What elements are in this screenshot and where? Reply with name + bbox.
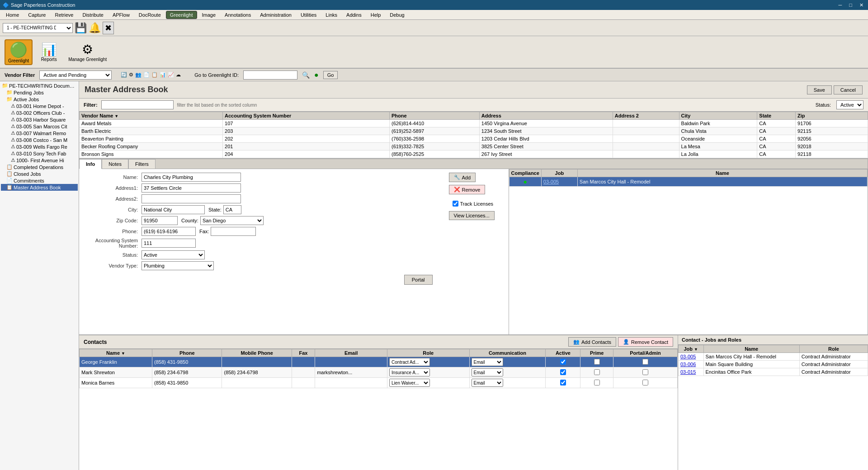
sidebar-item-2[interactable]: 📁 Active Jobs [1, 96, 78, 103]
col-contact-fax[interactable]: Fax [292, 349, 315, 357]
col-phone[interactable]: Phone [389, 112, 479, 120]
col-job[interactable]: Job [541, 169, 577, 177]
fax-input[interactable] [211, 227, 256, 236]
track-licenses-checkbox[interactable] [453, 201, 458, 207]
sidebar-item-5[interactable]: ⚠ 03-003 Harbor Square [1, 116, 78, 123]
col-portal-admin[interactable]: Portal/Admin [613, 349, 677, 357]
filter-icon-4[interactable]: 📄 [143, 72, 150, 78]
active-checkbox[interactable] [560, 369, 566, 375]
prime-checkbox[interactable] [594, 380, 600, 385]
filter-icon-5[interactable]: 📋 [151, 72, 158, 78]
portal-checkbox[interactable] [642, 359, 648, 365]
sidebar-item-0[interactable]: 📁 PE-TECHWRITING Documents [1, 82, 78, 89]
sidebar-item-15[interactable]: 📋 Master Address Book [1, 184, 78, 191]
comm-select[interactable]: Email [472, 379, 503, 387]
col-address2[interactable]: Address 2 [613, 112, 679, 120]
menu-item-image[interactable]: Image [198, 11, 220, 19]
menu-item-greenlight[interactable]: Greenlight [166, 11, 197, 19]
menu-item-debug[interactable]: Debug [386, 11, 408, 19]
menu-item-home[interactable]: Home [2, 11, 23, 19]
portal-checkbox[interactable] [642, 380, 648, 385]
name-input[interactable] [142, 173, 241, 182]
add-job-button[interactable]: 🔧 Add [449, 173, 476, 182]
sidebar-item-8[interactable]: ⚠ 03-008 Costco - San M [1, 136, 78, 143]
table-row-0[interactable]: Award Metals 107 (626)814-4410 1450 Virg… [80, 120, 868, 127]
role-select[interactable]: Contract Ad... [389, 358, 430, 366]
address-table-scroll[interactable]: Vendor Name ▼ Accounting System Number P… [79, 112, 868, 158]
contacts-table-scroll[interactable]: Name ▼ Phone Mobile Phone Fax Email Role… [79, 349, 678, 470]
zip-input[interactable] [142, 216, 178, 225]
search-icon[interactable]: 🔍 [302, 71, 310, 79]
table-row-4[interactable]: Bronson Signs 204 (858)760-2525 267 Ivy … [80, 150, 868, 158]
sidebar-item-4[interactable]: ⚠ 03-002 Officers Club - [1, 109, 78, 116]
prime-checkbox[interactable] [594, 359, 600, 365]
cancel-button[interactable]: Cancel [834, 85, 863, 94]
address1-input[interactable] [142, 183, 241, 193]
doc-dropdown[interactable]: 1 - PE-TECHWRITING Documer [3, 23, 73, 33]
col-active[interactable]: Active [546, 349, 580, 357]
sidebar-item-10[interactable]: ⚠ 03-010 Sony Tech Fab [1, 150, 78, 157]
col-state[interactable]: State [757, 112, 796, 120]
remove-contact-button[interactable]: 👤 Remove Contact [618, 337, 673, 347]
col-contact-name[interactable]: Name ▼ [80, 349, 152, 357]
close-icon[interactable]: ✖ [103, 22, 114, 34]
tab-filters[interactable]: Filters [128, 159, 156, 169]
go-button[interactable]: Go [323, 71, 338, 79]
comm-select[interactable]: Email [472, 358, 503, 366]
view-licenses-button[interactable]: View Licenses... [449, 211, 495, 220]
sidebar-item-9[interactable]: ⚠ 03-009 Wells Fargo Re [1, 143, 78, 150]
contact-row-2[interactable]: Monica Barnes (858) 431-9850 Lien Waiver… [80, 378, 678, 388]
menu-item-retrieve[interactable]: Retrieve [51, 11, 77, 19]
menu-item-addins[interactable]: Addins [342, 11, 366, 19]
menu-item-annotations[interactable]: Annotations [221, 11, 255, 19]
col-prime[interactable]: Prime [580, 349, 613, 357]
contact-jobs-scroll[interactable]: Job ▼ Name Role 03-005 San Marcos City H… [678, 345, 868, 470]
menu-item-help[interactable]: Help [367, 11, 385, 19]
acct-input[interactable] [142, 239, 196, 248]
sidebar-item-14[interactable]: 📄 Commitments [1, 177, 78, 184]
toolbar-reports[interactable]: 📊Reports [35, 41, 62, 63]
col-cj-name[interactable]: Name [703, 345, 799, 353]
maximize-btn[interactable]: □ [847, 2, 854, 8]
sidebar-item-11[interactable]: ⚠ 1000- First Avenue Hi [1, 157, 78, 164]
filter-icon-8[interactable]: ☁ [176, 72, 181, 78]
active-checkbox[interactable] [560, 380, 566, 385]
col-zip[interactable]: Zip [796, 112, 868, 120]
prime-checkbox[interactable] [594, 369, 600, 375]
col-contact-phone[interactable]: Phone [152, 349, 222, 357]
col-communication[interactable]: Communication [469, 349, 546, 357]
save-icon[interactable]: 💾 [75, 22, 87, 34]
col-vendor-name[interactable]: Vendor Name ▼ [80, 112, 223, 120]
menu-item-distribute[interactable]: Distribute [78, 11, 107, 19]
toolbar-manage-greenlight[interactable]: ⚙Manage Greenlight [65, 41, 110, 63]
portal-checkbox[interactable] [642, 369, 648, 375]
sidebar-item-3[interactable]: ⚠ 03-001 Home Depot - [1, 103, 78, 109]
minimize-btn[interactable]: ─ [837, 2, 844, 8]
filter-icon-6[interactable]: 📊 [160, 72, 166, 78]
phone-input[interactable] [142, 227, 196, 236]
tab-info[interactable]: Info [79, 159, 102, 169]
table-row-3[interactable]: Becker Roofing Company 201 (619)332-7825… [80, 143, 868, 150]
state-input[interactable] [223, 205, 241, 214]
menu-item-administration[interactable]: Administration [256, 11, 296, 19]
contact-row-1[interactable]: Mark Shrewton (858) 234-6798 (858) 234-6… [80, 367, 678, 378]
sidebar-item-13[interactable]: 📋 Closed Jobs [1, 170, 78, 177]
vendor-type-select[interactable]: Plumbing [142, 261, 214, 270]
filter-icon-7[interactable]: 📈 [168, 72, 174, 78]
menu-item-docroute[interactable]: DocRoute [135, 11, 165, 19]
add-contacts-button[interactable]: 👥 Add Contacts [568, 337, 616, 347]
table-row-1[interactable]: Barth Electric 203 (619)252-5897 1234 So… [80, 127, 868, 135]
bell-icon[interactable]: 🔔 [89, 22, 101, 34]
toolbar-greenlight[interactable]: 🟢Greenlight [5, 39, 33, 65]
city-input[interactable] [142, 205, 205, 214]
filter-icon-2[interactable]: ⚙ [129, 72, 133, 78]
sidebar-item-7[interactable]: ⚠ 03-007 Walmart Remo [1, 130, 78, 136]
contact-job-row-1[interactable]: 03-006 Main Square Building Contract Adm… [679, 361, 868, 368]
portal-button[interactable]: Portal [404, 275, 433, 285]
filter-input[interactable] [101, 100, 174, 109]
comm-select[interactable]: Email [472, 368, 503, 376]
role-select[interactable]: Lien Waiver... [389, 379, 430, 387]
compliance-row-0[interactable]: ● 03-005 San Marcos City Hall - Remodel [509, 177, 868, 187]
col-contact-role[interactable]: Role [387, 349, 469, 357]
sidebar-item-1[interactable]: 📁 Pending Jobs [1, 89, 78, 96]
